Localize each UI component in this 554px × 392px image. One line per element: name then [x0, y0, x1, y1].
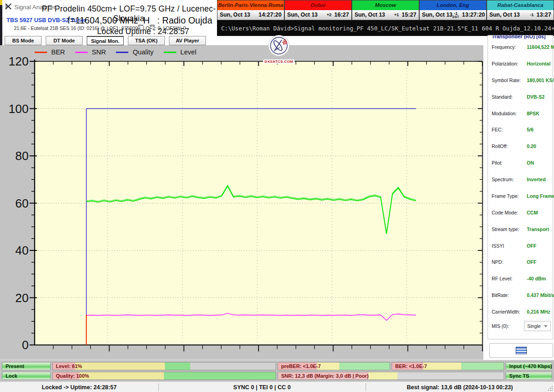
transponder-row-label: CarrierWidth:	[492, 309, 527, 315]
transponder-row-label: Stream type:	[492, 226, 527, 232]
transport-list-button[interactable]	[489, 343, 553, 358]
transponder-row: Modulation: 8PSK	[492, 111, 551, 116]
clock-date: Sun, Oct 13	[422, 12, 452, 18]
y-axis-label: 40	[1, 244, 29, 257]
transponder-row-value: -40 dBm	[527, 276, 551, 281]
transponder-row-label: BitRate:	[492, 292, 527, 298]
legend-color-swatch	[164, 52, 176, 53]
legend-item: Quality	[116, 48, 153, 56]
legend-label: SNR	[92, 48, 106, 56]
resize-grip[interactable]	[548, 386, 553, 391]
locked-uptime-header: Locked Uptime : 24:28:57	[69, 27, 217, 36]
transponder-row-label: Frequency:	[492, 44, 527, 50]
transponder-row-value: ON	[527, 160, 551, 166]
sync-ts-badge: Sync TS	[506, 372, 552, 380]
legend-color-swatch	[35, 52, 47, 53]
chevron-down-icon	[544, 325, 548, 327]
tab-button[interactable]: TSA (OK)	[128, 36, 165, 45]
transponder-row-value: 180,001 KS/s	[527, 77, 554, 83]
console-strip: C:\Users\Roman Dávid>Signal monitoring_P…	[217, 20, 554, 36]
transponder-row-value: Inverted	[527, 177, 551, 182]
status-sync-counts: SYNC 0 | TEI 0 | CC 0	[158, 382, 366, 392]
legend-item: BER	[35, 48, 65, 56]
clock-city-label: Rabat-Casablanca	[487, 0, 554, 10]
dxsatcs-logo-text: DXSATCS.COM	[263, 59, 295, 64]
y-axis-label: 100	[1, 102, 29, 116]
clock-time-row: Sun, Oct 13 -1 13:27	[487, 10, 554, 20]
signal-chart	[0, 45, 483, 360]
mis-dropdown[interactable]: Single	[524, 321, 551, 331]
transponder-row: Frame Type: Long Frame	[492, 193, 551, 199]
status-uptime: Locked -> Uptime: 24:28:57	[0, 382, 158, 392]
clock-panel: London, Eng Sun, Oct 13 -1DST 13:27:20	[419, 0, 487, 20]
transponder-row-value: CCM	[527, 210, 551, 215]
frequency-service-line: f=11604,500 MHz_H_ : Radio Oujda	[59, 15, 221, 26]
legend-label: Level	[181, 48, 197, 56]
transponder-row-label: ISSYI	[492, 243, 527, 249]
transponder-row-value: DVB-S2	[527, 94, 551, 100]
transponder-row: RollOff: 0.20	[492, 143, 551, 149]
transponder-row: Polarization: Horizontal	[492, 61, 551, 66]
transponder-row-value: OFF	[527, 243, 551, 249]
clock-time: 14:27:20	[259, 12, 282, 18]
transponder-row: Standard: DVB-S2	[492, 94, 551, 100]
transponder-row-label: Frame Type:	[492, 193, 527, 199]
status-bar: Locked -> Uptime: 24:28:57 SYNC 0 | TEI …	[0, 381, 554, 392]
tab-button[interactable]: Signal Mon.	[87, 36, 124, 45]
transponder-row: Frequency: 11604,522 MHz	[492, 44, 551, 50]
input-badge: Input (~470 Kbps)	[506, 362, 552, 370]
console-command-text: C:\Users\Roman Dávid>Signal monitoring_P…	[221, 25, 554, 32]
y-axis-label: 120	[1, 54, 29, 68]
lock-badge: Lock	[2, 372, 51, 380]
transponder-row-label: NPD:	[492, 259, 527, 265]
legend-item: Level	[164, 48, 197, 56]
y-axis-label: 0	[1, 338, 29, 352]
clock-panel: Dubai Sun, Oct 13 +2 16:27	[284, 0, 352, 20]
clock-city-label: Berlin-Paris-Vienna-Roma	[217, 0, 284, 10]
clock-time: 16:27	[334, 12, 349, 18]
clock-time-row: Sun, Oct 13 +1 15:27	[352, 10, 419, 20]
monitor-panel: Present Level: 61% preBER: <1.0E-7 BER: …	[0, 360, 554, 381]
transponder-row: Pilot: ON	[492, 160, 551, 166]
dxsatcs-logo: DXSATCS.COM	[259, 35, 299, 65]
tab-button[interactable]: DT Mode	[46, 36, 83, 45]
present-badge: Present	[2, 362, 51, 370]
transponder-row-value: Horizontal	[527, 61, 551, 66]
clock-city-label: London, Eng	[420, 0, 486, 10]
transponder-row-label: FEC:	[492, 127, 527, 132]
mis-dropdown-value: Single	[527, 323, 541, 329]
transponder-row-label: RF Level:	[492, 276, 527, 281]
level-bar: Level: 61%	[52, 362, 276, 370]
transponder-row-value: 11604,522 MHz	[527, 44, 554, 50]
tab-button[interactable]: AV Player	[169, 36, 206, 45]
transponder-row: Symbol Rate: 180,001 KS/s	[492, 77, 551, 83]
transponder-panel-title: Transponder (RO) [ds]	[492, 36, 553, 41]
y-axis-label: 60	[1, 196, 29, 210]
clock-panel: Berlin-Paris-Vienna-Roma Sun, Oct 13 14:…	[217, 0, 284, 20]
tab-button[interactable]: BS Mode	[5, 36, 42, 45]
clock-date: Sun, Oct 13	[489, 12, 520, 18]
clock-time-row: Sun, Oct 13 -1DST 13:27:20	[420, 10, 486, 20]
transponder-row-label: Pilot:	[492, 160, 527, 166]
clock-time: 13:27:20	[462, 12, 485, 18]
clock-panel: Moscow Sun, Oct 13 +1 15:27	[352, 0, 419, 20]
transponder-row-label: RollOff:	[492, 143, 527, 149]
transponder-rows: Frequency: 11604,522 MHz Polarization: H…	[488, 42, 553, 315]
dxsatcs-logo-icon	[268, 35, 289, 56]
transponder-panel: Transponder (RO) [ds] Frequency: 11604,5…	[488, 35, 553, 339]
legend-label: BER	[51, 48, 65, 56]
preber-bar: preBER: <1.0E-7	[277, 362, 390, 370]
transponder-row: CarrierWidth: 0,216 MHz	[492, 309, 551, 315]
transponder-row: BitRate: 0,437 Mbit/s	[492, 292, 551, 298]
clock-time: 13:27	[536, 12, 551, 18]
transponder-row-value: 0,437 Mbit/s	[527, 292, 554, 298]
transponder-row-label: Modulation:	[492, 111, 527, 116]
status-divider	[366, 383, 366, 391]
mis-label: MIS (0):	[492, 323, 524, 329]
ber-bar: BER: <1.0E-7	[391, 362, 504, 370]
transponder-row-value: OFF	[527, 259, 551, 265]
transponder-row-label: Code Mode:	[492, 210, 527, 215]
transponder-row: ISSYI OFF	[492, 243, 551, 249]
signal-analyzer-window: Signal Analyzer PF Prodelin 450cm+ LOF=9…	[0, 0, 554, 392]
transponder-row: Spectrum: Inverted	[492, 177, 551, 182]
